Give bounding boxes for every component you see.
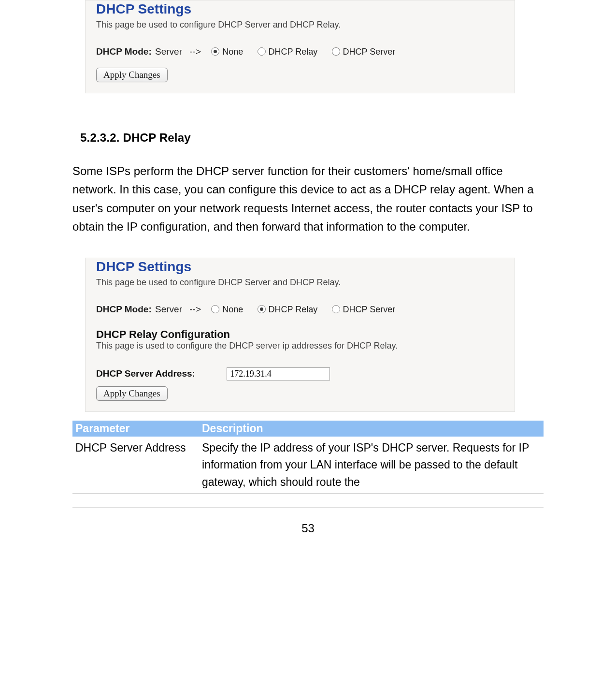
table-row: DHCP Server Address Specify the IP addre… (72, 437, 544, 494)
dhcp-mode-label: DHCP Mode: (96, 304, 152, 314)
dhcp-settings-panel-none: DHCP Settings This page be used to confi… (85, 0, 515, 93)
table-header-row: Parameter Description (72, 421, 544, 437)
radio-icon (211, 305, 219, 313)
radio-option-dhcp-relay[interactable]: DHCP Relay (258, 47, 318, 57)
radio-icon (332, 305, 340, 313)
relay-config-heading: DHCP Relay Configuration (96, 328, 504, 341)
apply-changes-button[interactable]: Apply Changes (96, 68, 168, 82)
radio-option-dhcp-server[interactable]: DHCP Server (332, 47, 396, 57)
radio-icon (258, 47, 266, 56)
table-cell-description: Specify the IP address of your ISP's DHC… (199, 437, 544, 494)
radio-icon (258, 305, 266, 313)
table-cell-parameter: DHCP Server Address (72, 437, 199, 494)
dhcp-server-address-input[interactable]: 172.19.31.4 (227, 367, 330, 380)
panel-title: DHCP Settings (96, 258, 504, 278)
dhcp-mode-label: DHCP Mode: (96, 46, 152, 57)
radio-option-none[interactable]: None (211, 47, 243, 57)
dhcp-settings-panel-relay: DHCP Settings This page be used to confi… (85, 258, 515, 412)
radio-label: DHCP Relay (269, 305, 318, 314)
relay-config-description: This page is used to configure the DHCP … (96, 341, 504, 367)
page-number: 53 (72, 517, 544, 535)
dhcp-mode-value: Server (155, 304, 182, 314)
radio-label: None (222, 47, 243, 57)
dhcp-server-address-label: DHCP Server Address: (96, 368, 195, 378)
footer-rule (72, 508, 544, 508)
radio-option-dhcp-server[interactable]: DHCP Server (332, 305, 396, 315)
radio-label: DHCP Server (343, 47, 396, 57)
dhcp-server-address-row: DHCP Server Address: 172.19.31.4 (96, 367, 504, 386)
parameter-table: Parameter Description DHCP Server Addres… (72, 421, 544, 495)
table-header-parameter: Parameter (72, 421, 199, 437)
panel-description: This page be used to configure DHCP Serv… (96, 20, 504, 46)
radio-icon (332, 47, 340, 56)
arrow-text: --> (189, 46, 201, 57)
radio-label: DHCP Relay (269, 47, 318, 57)
radio-label: None (222, 305, 243, 314)
dhcp-mode-value: Server (155, 46, 182, 57)
section-body: Some ISPs perform the DHCP server functi… (72, 162, 544, 258)
radio-icon (211, 47, 219, 56)
dhcp-mode-row: DHCP Mode: Server --> None DHCP Relay DH… (96, 304, 504, 325)
dhcp-mode-row: DHCP Mode: Server --> None DHCP Relay DH… (96, 46, 504, 68)
panel-title: DHCP Settings (96, 0, 504, 20)
radio-option-dhcp-relay[interactable]: DHCP Relay (258, 305, 318, 315)
radio-option-none[interactable]: None (211, 305, 243, 315)
radio-label: DHCP Server (343, 305, 396, 314)
panel-description: This page be used to configure DHCP Serv… (96, 278, 504, 304)
table-header-description: Description (199, 421, 544, 437)
apply-changes-button[interactable]: Apply Changes (96, 386, 168, 401)
arrow-text: --> (189, 304, 201, 314)
section-heading: 5.2.3.2. DHCP Relay (72, 93, 544, 162)
